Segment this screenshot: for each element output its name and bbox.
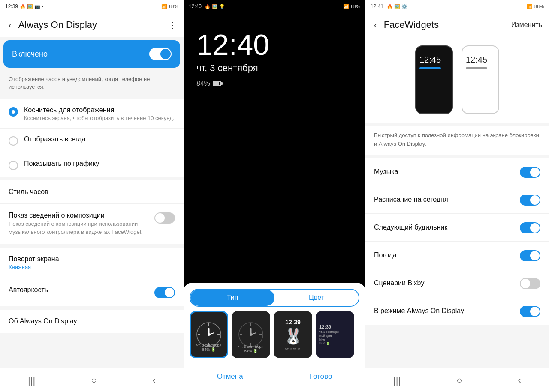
widget-schedule-item[interactable]: Расписание на сегодня xyxy=(365,186,549,214)
composition-info-desc: Показ сведений о композиции при использо… xyxy=(9,220,149,236)
preview-screen-white: 12:45 xyxy=(462,46,498,113)
radio-touch-text: Коснитесь для отображения Коснитесь экра… xyxy=(24,106,175,121)
status-right-2: 📶 88% xyxy=(343,4,360,9)
widget-weather-item[interactable]: Погода xyxy=(365,242,549,269)
thumb-character[interactable]: 12:39 🐰 чт, 3 сент. xyxy=(274,311,312,358)
widget-schedule-toggle[interactable] xyxy=(520,195,540,206)
toggle-thumb xyxy=(160,49,171,59)
weather-toggle-thumb xyxy=(530,251,540,260)
widget-alarm-title: Следующий будильник xyxy=(374,224,447,231)
composition-toggle[interactable] xyxy=(154,212,175,224)
preview-bar-black xyxy=(419,67,441,69)
widget-aod-mode-title: В режиме Always On Display xyxy=(374,307,464,315)
aod-date-display: чт, 3 сентября xyxy=(196,63,353,74)
tab-type[interactable]: Тип xyxy=(190,290,274,306)
back-nav-button-1[interactable]: ‹ xyxy=(153,375,156,386)
panel-face-widgets: 12:41 🔥 🖼️ ⚙️ 📶 88% ‹ FaceWidgets Измени… xyxy=(365,0,549,392)
rotation-title: Поворот экрана xyxy=(9,255,175,263)
widget-alarm-item[interactable]: Следующий будильник xyxy=(365,214,549,242)
header-1: ‹ Always On Display ⋮ xyxy=(0,13,184,37)
radio-touch-title: Коснитесь для отображения xyxy=(24,106,175,114)
back-nav-button-3[interactable]: ‹ xyxy=(518,375,521,386)
clock-style-item[interactable]: Стиль часов xyxy=(0,180,184,204)
bunny-icon: 🐰 xyxy=(284,327,303,345)
widget-preview-area: 12:45 12:45 xyxy=(365,37,549,123)
widget-bixby-title: Сценарии Bixby xyxy=(374,279,425,287)
thumb-analog-2[interactable]: чт, 3 сентября 84% 🔋 xyxy=(232,311,270,358)
widget-aod-mode-toggle[interactable] xyxy=(520,306,540,317)
status-bar-3: 12:41 🔥 🖼️ ⚙️ 📶 88% xyxy=(365,0,549,13)
done-button[interactable]: Готово xyxy=(293,368,350,385)
status-left-1: 12:39 🔥 🖼️ 📷 • xyxy=(5,3,43,9)
preview-bar-white xyxy=(466,67,487,69)
aod-mode-toggle-thumb xyxy=(530,307,540,316)
nav-bar-1: ||| ○ ‹ xyxy=(0,368,184,392)
home-button-1[interactable]: ○ xyxy=(91,375,97,386)
battery-text-3: 88% xyxy=(534,4,544,9)
widget-alarm-toggle[interactable] xyxy=(520,222,540,233)
sheet-action-buttons: Отмена Готово xyxy=(184,365,365,385)
widget-weather-toggle[interactable] xyxy=(520,250,540,261)
header-3: ‹ FaceWidgets Изменить xyxy=(365,13,549,37)
radio-schedule-indicator xyxy=(9,161,18,170)
back-button-3[interactable]: ‹ xyxy=(372,18,379,32)
thumb-analog-1[interactable]: чт, 3 сентября 84% 🔋 xyxy=(190,311,228,358)
status-bar-1: 12:39 🔥 🖼️ 📷 • 📶 88% xyxy=(0,0,184,13)
preview-screen-black: 12:45 xyxy=(416,46,452,113)
auto-brightness-toggle[interactable] xyxy=(154,287,175,298)
status-right-3: 📶 88% xyxy=(527,4,544,9)
composition-info-item[interactable]: Показ сведений о композиции Показ сведен… xyxy=(0,204,184,244)
phone-preview-white: 12:45 xyxy=(462,45,499,114)
widgets-description: Быстрый доступ к полезной информации на … xyxy=(365,126,549,155)
signal-icon-3: 📶 xyxy=(527,4,533,9)
enabled-toggle-card[interactable]: Включено xyxy=(3,40,180,68)
thumb-partial-4[interactable]: 12:39 чт, 3 сентября Мой день Мне 84% 🔋 xyxy=(316,311,354,358)
more-menu-button-1[interactable]: ⋮ xyxy=(168,20,177,30)
status-time-2: 12:40 xyxy=(189,3,202,9)
radio-always-text: Отображать всегда xyxy=(24,135,175,143)
auto-brightness-item[interactable]: Автояркость xyxy=(0,278,184,306)
display-mode-section: Коснитесь для отображения Коснитесь экра… xyxy=(0,99,184,177)
rotation-item[interactable]: Поворот экрана Книжная xyxy=(0,248,184,278)
enabled-toggle-switch[interactable] xyxy=(149,48,172,60)
panel-always-on-display: 12:39 🔥 🖼️ 📷 • 📶 88% ‹ Always On Display… xyxy=(0,0,184,392)
composition-info-text: Показ сведений о композиции Показ сведен… xyxy=(9,212,149,236)
recent-apps-button-1[interactable]: ||| xyxy=(28,375,35,386)
signal-icon-1: 📶 xyxy=(161,4,167,9)
panel-aod-preview: 12:40 🔥 🖼️ 💡 📶 88% 12:40 чт, 3 сентября … xyxy=(184,0,365,392)
preview-time-white: 12:45 xyxy=(466,55,487,65)
widget-aod-mode-item[interactable]: В режиме Always On Display xyxy=(365,297,549,325)
thumb-date-2: чт, 3 сентября 84% 🔋 xyxy=(232,344,270,353)
recent-apps-button-3[interactable]: ||| xyxy=(393,375,401,386)
signal-icon-2: 📶 xyxy=(343,4,349,9)
status-bar-2: 12:40 🔥 🖼️ 💡 📶 88% xyxy=(184,0,365,13)
rotation-subtitle: Книжная xyxy=(9,264,175,270)
status-time-3: 12:41 xyxy=(371,3,383,9)
status-icons-2: 🔥 🖼️ 💡 xyxy=(205,4,225,9)
character-content: 12:39 🐰 чт, 3 сент. xyxy=(284,319,303,351)
edit-button-3[interactable]: Изменить xyxy=(511,21,542,29)
widget-music-toggle[interactable] xyxy=(520,167,540,178)
widget-music-item[interactable]: Музыка xyxy=(365,158,549,186)
about-item[interactable]: Об Always On Display xyxy=(0,310,184,333)
page-title-1: Always On Display xyxy=(18,19,163,30)
nav-bar-3: ||| ○ ‹ xyxy=(365,368,549,392)
radio-touch-to-show[interactable]: Коснитесь для отображения Коснитесь экра… xyxy=(0,99,184,129)
widget-bixby-item[interactable]: Сценарии Bixby xyxy=(365,269,549,297)
widget-bixby-toggle[interactable] xyxy=(520,278,540,289)
radio-schedule-show[interactable]: Показывать по графику xyxy=(0,153,184,177)
clock-thumbnails: чт, 3 сентября 84% 🔋 чт, 3 сентяб xyxy=(184,311,365,363)
home-button-3[interactable]: ○ xyxy=(456,375,462,386)
cancel-button[interactable]: Отмена xyxy=(200,368,260,385)
tab-color[interactable]: Цвет xyxy=(274,290,359,306)
back-button-1[interactable]: ‹ xyxy=(7,18,13,32)
radio-always-title: Отображать всегда xyxy=(24,135,175,143)
auto-brightness-thumb xyxy=(165,288,174,297)
aod-battery-display: 84% xyxy=(196,80,353,87)
radio-always-show[interactable]: Отображать всегда xyxy=(0,129,184,153)
composition-toggle-thumb xyxy=(155,213,165,223)
status-left-2: 12:40 🔥 🖼️ 💡 xyxy=(189,3,226,9)
status-icons-1: 🔥 🖼️ 📷 • xyxy=(20,4,43,9)
type-color-tabs: Тип Цвет xyxy=(190,289,359,307)
battery-icon-sm xyxy=(213,81,221,86)
